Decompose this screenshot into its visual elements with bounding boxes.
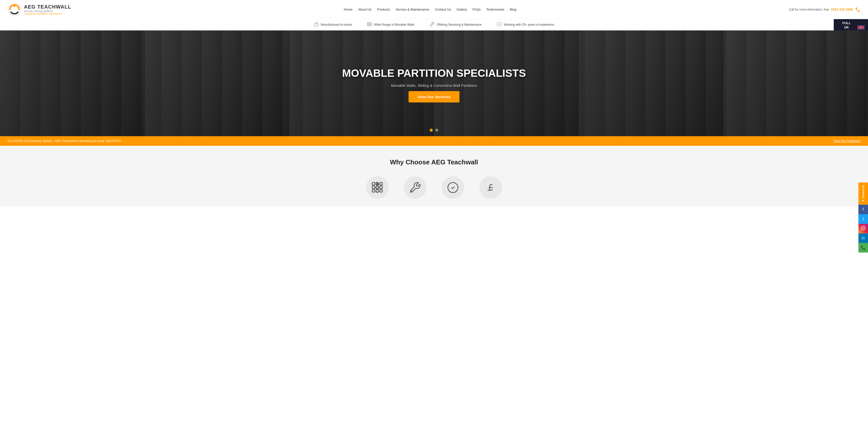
- badge-line2: UK: [837, 26, 856, 30]
- checkmark-icon-circle: [441, 176, 464, 199]
- hero-content: MOVABLE PARTITION SPECIALISTS Movable Wa…: [342, 67, 526, 99]
- info-servicing-label: Offering Servicing & Maintenance: [436, 23, 482, 27]
- why-icon-tools: [404, 176, 427, 199]
- covid-text: Our COVID-19 Company Update – AEG Teachw…: [7, 139, 121, 143]
- gear-icon: [371, 181, 383, 194]
- covid-announcement-bar: Our COVID-19 Company Update – AEG Teachw…: [0, 136, 868, 146]
- info-servicing: Offering Servicing & Maintenance: [430, 22, 482, 28]
- why-icons-row: [7, 176, 861, 199]
- logo-icon: [7, 2, 22, 16]
- site-header: AEG TEACHWALL acoustic moving partitions…: [0, 0, 868, 19]
- call-text: Call for more information, free: [789, 8, 829, 11]
- carousel-dot-1[interactable]: [430, 129, 433, 132]
- svg-rect-20: [380, 190, 382, 192]
- hero-title: MOVABLE PARTITION SPECIALISTS: [342, 67, 526, 79]
- nav-service-maintenance[interactable]: Service & Maintenance: [396, 7, 430, 11]
- view-statement-link[interactable]: View Our Statement: [834, 139, 861, 143]
- hero-section: MOVABLE PARTITION SPECIALISTS Movable Wa…: [0, 30, 868, 136]
- hero-carousel-dots: [430, 129, 438, 132]
- svg-rect-9: [371, 23, 372, 26]
- svg-rect-18: [372, 190, 375, 192]
- why-icon-gear: [366, 176, 389, 199]
- svg-point-22: [377, 183, 378, 185]
- nav-about[interactable]: About Us: [358, 7, 372, 11]
- servicing-icon: [430, 22, 434, 28]
- svg-point-4: [13, 5, 16, 7]
- side-social-bar: ✉ Contact Us f t in 📞: [859, 182, 868, 206]
- svg-rect-15: [372, 186, 375, 189]
- facebook-social-button[interactable]: f: [859, 205, 868, 206]
- svg-rect-12: [372, 182, 375, 185]
- contact-side-label: Contact Us: [862, 185, 865, 198]
- logo-title: AEG TEACHWALL: [24, 4, 71, 10]
- tools-icon-circle: [404, 176, 427, 199]
- info-experience-label: Working with 25+ years of experience: [504, 23, 554, 27]
- call-label: Call for more information, free: [789, 8, 829, 11]
- carousel-dot-2[interactable]: [435, 129, 438, 132]
- pound-icon: [485, 181, 497, 194]
- main-navigation: Home About Us Products Service & Mainten…: [344, 7, 517, 11]
- contact-us-side-button[interactable]: ✉ Contact Us: [859, 182, 868, 205]
- nav-testimonials[interactable]: Testimonials: [486, 7, 504, 11]
- header-contact-info: Call for more information, free 0161 318…: [789, 7, 861, 12]
- phone-icon: [855, 7, 861, 12]
- gear-icon-circle: [366, 176, 389, 199]
- pound-icon-circle: [479, 176, 502, 199]
- logo[interactable]: AEG TEACHWALL acoustic moving partitions…: [7, 2, 71, 16]
- why-icon-pound: [479, 176, 502, 199]
- badge-line1: FULL: [837, 21, 856, 26]
- nav-blog[interactable]: Blog: [510, 7, 517, 11]
- tools-icon: [409, 181, 421, 194]
- experience-icon: [497, 22, 502, 28]
- why-section-title: Why Choose AEG Teachwall: [7, 158, 861, 166]
- envelope-icon: ✉: [862, 199, 865, 202]
- nav-gallery[interactable]: Gallery: [457, 7, 467, 11]
- view-services-button[interactable]: View Our Services: [408, 91, 460, 102]
- svg-rect-17: [380, 186, 382, 189]
- hero-subtitle: Movable Walls, Sliding & Concertina Wall…: [342, 83, 526, 88]
- logo-subtitle: acoustic moving partitions: [24, 10, 71, 12]
- svg-rect-14: [380, 182, 382, 185]
- info-manufactured: Manufactured In-house: [314, 22, 352, 28]
- movable-walls-icon: [367, 22, 372, 28]
- phone-number[interactable]: 0161 318 3356: [831, 7, 853, 11]
- checkmark-circle-icon: [447, 181, 459, 194]
- info-experience: Working with 25+ years of experience: [497, 22, 554, 28]
- logo-text: AEG TEACHWALL acoustic moving partitions…: [24, 4, 71, 15]
- uk-flag-icon: [858, 25, 865, 30]
- logo-tagline: manufacture installation maintenance: [24, 12, 71, 15]
- why-choose-section: Why Choose AEG Teachwall: [0, 146, 868, 206]
- manufactured-icon: [314, 22, 319, 28]
- svg-rect-8: [369, 23, 370, 26]
- nav-faqs[interactable]: FAQs: [472, 7, 481, 11]
- info-bar: Manufactured In-house Wide Range of Mova…: [0, 19, 868, 30]
- nav-products[interactable]: Products: [377, 7, 390, 11]
- why-icon-checkmark: [441, 176, 464, 199]
- nav-home[interactable]: Home: [344, 7, 352, 11]
- nav-contact[interactable]: Contact Us: [435, 7, 451, 11]
- svg-rect-7: [368, 23, 368, 26]
- info-movable-walls: Wide Range of Movable Walls: [367, 22, 414, 28]
- info-manufactured-label: Manufactured In-house: [321, 23, 352, 27]
- info-movable-walls-label: Wide Range of Movable Walls: [374, 23, 414, 27]
